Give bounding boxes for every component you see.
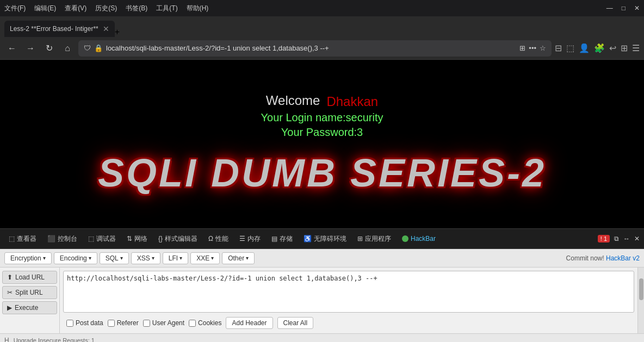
collections-icon[interactable]: ⊟ [555, 43, 562, 53]
network-label: 网络 [134, 234, 147, 244]
application-label: 应用程序 [365, 234, 391, 244]
active-tab[interactable]: Less-2 **Error Based- Intiger** ✕ [4, 21, 115, 37]
menu-view[interactable]: 查看(V) [65, 4, 86, 13]
menu-icon[interactable]: ☰ [632, 43, 640, 53]
navigation-bar: ← → ↻ ⌂ 🛡 🔒 localhost/sqli-labs-master/L… [0, 37, 644, 60]
close-button[interactable]: ✕ [634, 4, 640, 12]
user-agent-checkbox[interactable] [143, 320, 150, 327]
devtools-inspector[interactable]: ⬚ 查看器 [4, 232, 41, 246]
add-header-button[interactable]: Add Header [226, 317, 273, 329]
home-button[interactable]: ⌂ [60, 41, 75, 56]
window-controls[interactable]: — □ ✕ [606, 4, 640, 12]
devtools-performance[interactable]: Ω 性能 [204, 232, 233, 246]
dock-icon[interactable]: ↔ [623, 235, 630, 242]
error-count: 1 [604, 235, 607, 242]
devtools-network[interactable]: ⇅ 网络 [122, 232, 152, 246]
refresh-button[interactable]: ↻ [41, 41, 57, 56]
detach-icon[interactable]: ⧉ [614, 235, 619, 242]
memory-icon: ☰ [239, 235, 245, 242]
qr-icon[interactable]: ⊞ [519, 44, 525, 52]
bookmark-icon[interactable]: ☆ [540, 44, 546, 52]
hackbar-label: HackBar [411, 235, 436, 242]
menu-edit[interactable]: 编辑(E) [34, 4, 56, 13]
devtools-console[interactable]: ⬛ 控制台 [43, 232, 82, 246]
inspector-icon: ⬚ [9, 235, 15, 242]
error-badge: ! 1 [598, 235, 610, 242]
split-url-button[interactable]: ✂ Split URL [2, 286, 57, 299]
xss-menu-button[interactable]: XSS ▾ [131, 252, 160, 264]
login-name: Your Login name:security [261, 111, 383, 124]
maximize-button[interactable]: □ [622, 4, 626, 12]
style-editor-icon: {} [158, 235, 163, 242]
sql-menu-button[interactable]: SQL ▾ [100, 252, 129, 264]
back-button[interactable]: ← [4, 41, 20, 56]
encryption-menu-button[interactable]: Encryption ▾ [4, 252, 52, 264]
shield-icon: 🛡 [84, 44, 91, 52]
execute-button[interactable]: ▶ Execute [2, 301, 57, 314]
xxe-menu-button[interactable]: XXE ▾ [190, 252, 220, 264]
referer-checkbox-item[interactable]: Referer [108, 319, 139, 327]
devtools-storage[interactable]: ▤ 存储 [267, 232, 297, 246]
close-devtools-icon[interactable]: ✕ [634, 235, 640, 242]
menu-tools[interactable]: 工具(T) [156, 4, 177, 13]
other-label: Other [228, 254, 244, 262]
browser-content: Welcome Dhakkan Your Login name:security… [0, 60, 644, 228]
devtools-style-editor[interactable]: {} 样式编辑器 [154, 232, 202, 246]
menu-bookmarks[interactable]: 书签(B) [126, 4, 147, 13]
more-icon[interactable]: ••• [529, 44, 536, 52]
extensions-icon[interactable]: 🧩 [594, 43, 605, 53]
accessibility-icon: ♿ [304, 235, 312, 242]
devtools-accessibility[interactable]: ♿ 无障碍环境 [299, 232, 351, 246]
tab-bar: Less-2 **Error Based- Intiger** ✕ + [0, 16, 644, 37]
hackbar-bottom-bar: H Upgrade Insecure Requests: 1 [0, 333, 644, 342]
hackbar-panel: Encryption ▾ Encoding ▾ SQL ▾ XSS ▾ LFI … [0, 249, 644, 342]
clear-all-button[interactable]: Clear All [277, 317, 314, 329]
tab-view-icon[interactable]: ⬚ [566, 43, 574, 53]
memory-label: 内存 [247, 234, 261, 244]
scroll-thumb[interactable] [639, 278, 643, 300]
devtools-application[interactable]: ⊞ 应用程序 [353, 232, 395, 246]
console-icon: ⬛ [47, 235, 55, 242]
xss-dropdown-icon: ▾ [152, 255, 154, 261]
post-data-checkbox[interactable] [66, 320, 73, 327]
application-icon: ⊞ [357, 235, 363, 242]
devtools-memory[interactable]: ☰ 内存 [235, 232, 265, 246]
menu-history[interactable]: 历史(S) [95, 4, 117, 13]
hackbar-toolbar: Encryption ▾ Encoding ▾ SQL ▾ XSS ▾ LFI … [0, 249, 644, 268]
lfi-menu-button[interactable]: LFI ▾ [163, 252, 188, 264]
commit-link[interactable]: HackBar v2 [606, 254, 640, 262]
inspector-label: 查看器 [17, 234, 36, 244]
post-data-label: Post data [76, 319, 103, 327]
split-url-label: Split URL [15, 289, 43, 296]
account-icon[interactable]: 👤 [579, 43, 590, 53]
referer-checkbox[interactable] [108, 320, 115, 327]
menu-bar[interactable]: 文件(F) 编辑(E) 查看(V) 历史(S) 书签(B) 工具(T) 帮助(H… [4, 4, 208, 13]
devtools-hackbar[interactable]: HackBar [398, 233, 440, 245]
customize-icon[interactable]: ⊞ [621, 43, 628, 53]
execute-icon: ▶ [7, 304, 12, 312]
encoding-menu-button[interactable]: Encoding ▾ [54, 252, 97, 264]
post-data-checkbox-item[interactable]: Post data [66, 319, 103, 327]
debugger-icon: ⬚ [88, 235, 94, 242]
devtools-debugger[interactable]: ⬚ 调试器 [84, 232, 120, 246]
other-menu-button[interactable]: Other ▾ [222, 252, 255, 264]
address-bar[interactable]: 🛡 🔒 localhost/sqli-labs-master/Less-2/?i… [78, 40, 552, 57]
user-agent-checkbox-item[interactable]: User Agent [143, 319, 184, 327]
style-editor-label: 样式编辑器 [165, 234, 197, 244]
menu-help[interactable]: 帮助(H) [187, 4, 209, 13]
minimize-button[interactable]: — [606, 4, 613, 12]
tab-close-button[interactable]: ✕ [103, 24, 109, 33]
load-url-button[interactable]: ⬆ Load URL [2, 271, 57, 284]
forward-button[interactable]: → [23, 41, 38, 56]
menu-file[interactable]: 文件(F) [4, 4, 26, 13]
password: Your Password:3 [281, 126, 363, 139]
sqli-title: SQLI DUMB SERIES-2 [98, 151, 546, 195]
cookies-checkbox-item[interactable]: Cookies [189, 319, 221, 327]
url-input[interactable]: http://localhost/sqli-labs-master/Less-2… [63, 271, 634, 313]
cookies-checkbox[interactable] [189, 320, 196, 327]
encryption-dropdown-icon: ▾ [43, 255, 46, 261]
scroll-track[interactable] [637, 268, 644, 333]
undo-icon[interactable]: ↩ [609, 43, 616, 53]
new-tab-button[interactable]: + [115, 27, 120, 37]
devtools-bar: ⬚ 查看器 ⬛ 控制台 ⬚ 调试器 ⇅ 网络 {} 样式编辑器 Ω 性能 ☰ 内… [0, 228, 644, 249]
